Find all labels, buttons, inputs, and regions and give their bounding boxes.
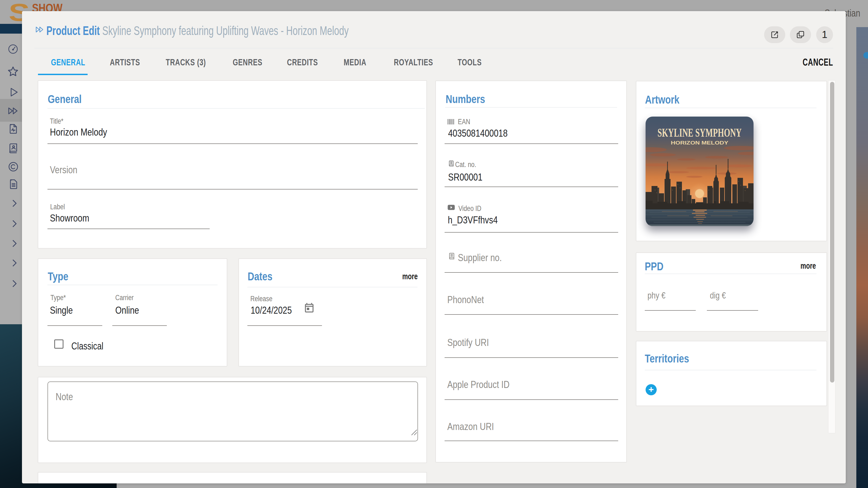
svg-text:SKYLINE SYMPHONY: SKYLINE SYMPHONY bbox=[657, 126, 742, 139]
svg-text:HORIZON MELODY: HORIZON MELODY bbox=[671, 140, 728, 145]
